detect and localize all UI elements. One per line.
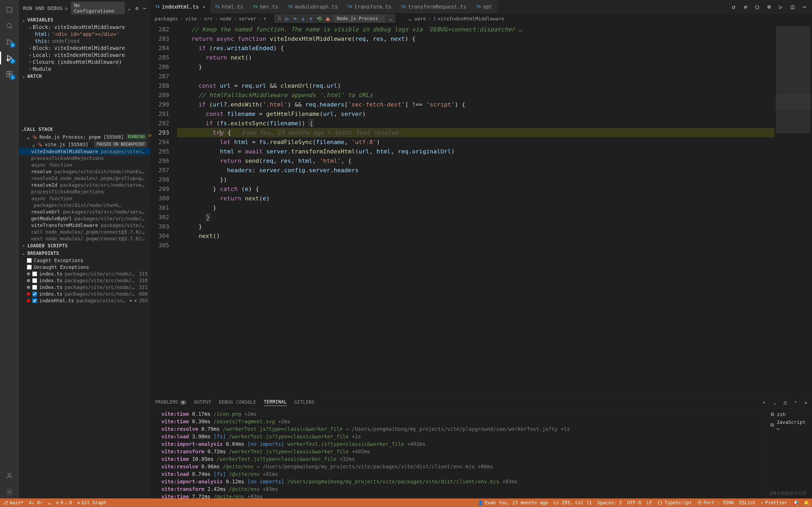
tab-gitlens[interactable]: GITLENS	[294, 399, 314, 406]
breakpoints-section[interactable]: ⌄BREAKPOINTS	[19, 249, 150, 257]
minimap[interactable]	[774, 23, 812, 396]
editor-tab[interactable]: TSopt	[471, 0, 497, 13]
scope-row[interactable]: ⌄Block: viteIndexHtmlMiddleware	[20, 23, 150, 31]
editor-tab[interactable]: TSindexHtml.ts✕	[150, 0, 210, 13]
step-out-icon[interactable]: ↑	[309, 15, 313, 22]
encoding-indicator[interactable]: UTF-8	[627, 500, 641, 505]
indent-indicator[interactable]: Spaces: 2	[597, 500, 622, 505]
bell-icon[interactable]: 🔔	[804, 500, 809, 505]
checkbox[interactable]	[32, 298, 37, 303]
gutter[interactable]: 282283284285286287288289290291292293▷294…	[150, 23, 174, 396]
git-graph-button[interactable]: ⎆ Git Graph	[77, 500, 106, 505]
editor-tab[interactable]: TStransformRequest.ts	[396, 0, 471, 13]
stack-frame[interactable]: packages/vite/dist/node/chunk…	[19, 202, 150, 209]
loaded-scripts-section[interactable]: ›LOADED SCRIPTS	[19, 242, 150, 249]
circle-icon[interactable]: ◯	[754, 3, 761, 10]
maximize-icon[interactable]: ⌃	[794, 400, 797, 405]
port-indicator[interactable]: ⦿ Port : 5500	[697, 500, 734, 505]
variable-row[interactable]: this:undefined	[20, 38, 150, 45]
checkbox[interactable]	[32, 285, 37, 290]
run-debug-icon[interactable]: 2	[3, 52, 16, 64]
stack-frame[interactable]: resolveIdpackages/vite/src/node/server/p…	[19, 182, 150, 188]
eslint-indicator[interactable]: ESLint	[739, 500, 755, 505]
source-control-icon[interactable]: 3	[3, 36, 16, 48]
checkbox[interactable]	[27, 265, 32, 270]
editor-tab[interactable]: TStransform.ts	[343, 0, 396, 13]
branch-indicator[interactable]: ⎇ main*	[3, 500, 23, 505]
extensions-icon[interactable]: 1	[3, 68, 16, 80]
stack-frame[interactable]: nextnode_modules/.pnpm/connect@3.7.0/…	[19, 235, 150, 242]
stack-frame[interactable]: async function	[19, 195, 150, 202]
stack-frame[interactable]: viteTransformMiddlewarepackages/vite/src…	[19, 222, 150, 229]
restart-icon[interactable]: ⟲	[317, 15, 322, 22]
variable-row[interactable]: html:'<div id="app"></div>'	[20, 31, 150, 38]
feedback-icon[interactable]: 📢	[793, 500, 798, 505]
breakpoint-row[interactable]: index.tspackages/vite/src/node/server315	[19, 270, 150, 277]
watch-section[interactable]: ⌄WATCH	[19, 72, 150, 80]
chevron-down-icon[interactable]: ⌄	[128, 5, 131, 11]
tab-output[interactable]: OUTPUT	[194, 399, 211, 406]
stack-frame[interactable]: resolveUrlpackages/vite/src/node/server/…	[19, 209, 150, 215]
close-panel-icon[interactable]: ✕	[805, 400, 807, 405]
code-editor[interactable]: 282283284285286287288289290291292293▷294…	[150, 23, 812, 396]
variables-section[interactable]: ⌄VARIABLES	[19, 16, 150, 23]
stack-frame[interactable]: getModuleByUrlpackages/vite/src/node/ser…	[19, 215, 150, 222]
chevron-down-icon[interactable]: ⌄	[389, 16, 392, 21]
terminal-output[interactable]: vite:time 0.17ms /icon.png +2ms vite:tim…	[150, 408, 766, 498]
scope-row[interactable]: ›Module	[20, 65, 150, 72]
gear-icon[interactable]: ⚙	[135, 5, 138, 11]
debug-target-select[interactable]: Node.js Process	[334, 15, 385, 22]
exception-breakpoint[interactable]: Uncaught Exceptions	[19, 264, 150, 270]
history-icon[interactable]: ↺	[730, 3, 738, 10]
breakpoint-row[interactable]: index.tspackages/vite/src/node/server321	[19, 284, 150, 290]
remove-icon[interactable]: ✕	[134, 298, 137, 303]
cloud-icon[interactable]: ☁	[48, 500, 50, 505]
process-row[interactable]: ⌄🪳Node.js Process: pnpm [55568] RUNNING	[19, 133, 150, 140]
breakpoint-row[interactable]: index.tspackages/vite/src/node/server318	[19, 277, 150, 284]
problems-indicator[interactable]: ⊘ 9 ⚠ 0	[56, 500, 72, 505]
debug-toolbar[interactable]: ⠿ ▷ ↷ ↓ ↑ ⟲ ⏏ Node.js Process ⌄	[274, 14, 396, 23]
more-icon[interactable]: ⋯	[801, 3, 808, 10]
stack-frame[interactable]: async function	[19, 162, 150, 168]
checkbox[interactable]	[32, 278, 37, 283]
terminal-item[interactable]: ⧉zsh	[769, 410, 809, 418]
sync-indicator[interactable]: 4↓ 0↑	[29, 500, 42, 505]
stack-frame[interactable]: processTicksAndRejections	[19, 155, 150, 162]
editor-tab[interactable]: TSmoduleGraph.ts	[283, 0, 343, 13]
code-body[interactable]: // Keep the named function. The name is …	[174, 23, 774, 396]
scope-row[interactable]: ›Closure (indexHtmlMiddleware)	[20, 58, 150, 65]
stack-frame[interactable]: processTicksAndRejections	[19, 188, 150, 195]
blame-indicator[interactable]: 👤 Evan You, 23 months ago	[478, 500, 548, 505]
edit-icon[interactable]: ✎	[130, 298, 132, 303]
continue-icon[interactable]: ▷	[286, 15, 289, 22]
play-icon[interactable]: ▷	[777, 3, 784, 10]
breadcrumb[interactable]: packages› vite› src› node› server› r ⠿ ▷…	[150, 13, 812, 23]
editor-tab[interactable]: TShtml.ts	[210, 0, 248, 13]
settings-gear-icon[interactable]	[3, 486, 16, 498]
scope-row[interactable]: ›Local: viteIndexHtmlMiddleware	[20, 52, 150, 58]
circle-plus-icon[interactable]: ⊕	[765, 3, 773, 10]
disconnect-icon[interactable]: ⏏	[326, 15, 329, 22]
breakpoint-row[interactable]: indexHtml.tspackages/vite/src/n…✎✕293	[19, 297, 150, 304]
checkbox[interactable]	[27, 258, 32, 263]
checkbox[interactable]	[32, 272, 37, 276]
cursor-position[interactable]: Ln 293, Col 11	[553, 500, 592, 505]
search-icon[interactable]	[3, 19, 16, 32]
step-over-icon[interactable]: ↷	[293, 15, 297, 22]
accounts-icon[interactable]	[3, 469, 16, 482]
thread-row[interactable]: ⌄🪳vite.js [55583] PAUSED ON BREAKPOINT	[19, 140, 150, 148]
tab-terminal[interactable]: TERMINAL	[264, 399, 287, 406]
tab-problems[interactable]: PROBLEMS9	[155, 399, 186, 406]
terminal-item[interactable]: ⧉JavaScript …	[769, 418, 809, 432]
more-icon[interactable]: ⋯	[143, 5, 146, 11]
split-icon[interactable]: ◫	[789, 3, 797, 10]
breakpoint-row[interactable]: index.tspackages/vite/src/node/server490	[19, 290, 150, 297]
step-into-icon[interactable]: ↓	[301, 15, 305, 22]
eol-indicator[interactable]: LF	[647, 500, 652, 505]
editor-tab[interactable]: TShmr.ts	[248, 0, 284, 13]
stack-frame[interactable]: callnode_modules/.pnpm/connect@3.7.0/…	[19, 229, 150, 235]
config-select[interactable]: No Configurations	[71, 2, 125, 14]
tab-debug-console[interactable]: DEBUG CONSOLE	[219, 399, 256, 406]
checkbox[interactable]	[32, 292, 37, 296]
start-debug-icon[interactable]: ▷	[65, 5, 68, 11]
